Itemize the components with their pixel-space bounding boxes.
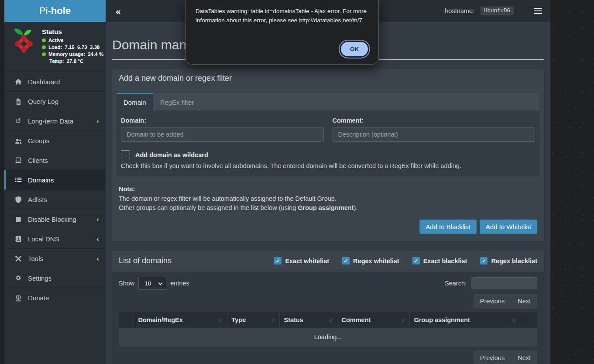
domain-input[interactable] [121,127,324,142]
filter-regex-whitelist[interactable]: ✓ Regex whitelist [342,257,399,264]
status-memory: Memory usage:24.4 % [42,52,103,57]
add-to-whitelist-button[interactable]: Add to Whitelist [480,220,537,234]
list-icon [14,176,22,184]
column-header-group-assignment[interactable]: Group assignment↓↑ [409,312,521,328]
loading-text: Loading... [119,328,537,347]
status-title: Status [42,28,103,35]
add-to-blacklist-button[interactable]: Add to Blacklist [419,220,477,234]
column-header-domain[interactable]: Domain/RegEx↓↑ [134,312,227,328]
raspberry-logo [10,27,38,55]
filter-regex-blacklist[interactable]: ✓ Regex blacklist [480,257,537,264]
column-header-type[interactable]: Type↓↑ [227,312,279,328]
sidebar-item-local-dns[interactable]: Local DNS ‹ [4,229,106,249]
tab-regex-filter[interactable]: RegEx filter [153,93,201,110]
hostname-label: hostname: [445,7,474,14]
sidebar-item-long-term-data[interactable]: ↺ Long-term Data ‹ [4,111,106,131]
sidebar-item-settings[interactable]: Settings [4,268,106,288]
users-icon [14,137,22,145]
search-input[interactable] [471,277,537,289]
sidebar-item-tools[interactable]: Tools ‹ [4,249,106,268]
search-label: Search: [445,280,467,287]
laptop-icon [14,156,22,165]
comment-label: Comment: [333,117,536,124]
previous-button[interactable]: Previous [474,350,511,364]
domain-label: Domain: [121,117,324,124]
checkbox-checked-icon: ✓ [342,257,350,264]
column-header-actions [521,312,537,328]
chevron-left-icon: ‹ [96,216,99,223]
history-icon: ↺ [14,117,22,125]
home-icon [14,78,22,86]
brand-text-bold: hole [51,5,71,17]
svg-text:$: $ [17,295,19,299]
content-area: Domain management Add a new domain or re… [106,22,550,364]
hostname-badge: UbuntuDG [481,7,514,15]
domain-list-card: List of domains ✓ Exact whitelist ✓ Rege… [112,251,544,364]
previous-button[interactable]: Previous [474,294,511,309]
sidebar-item-query-log[interactable]: Query Log [4,92,106,111]
datatables-warning-dialog: DataTables warning: table id=domainsTabl… [185,0,379,65]
domain-list-card-header: List of domains ✓ Exact whitelist ✓ Rege… [112,251,544,271]
note-block: Note: The domain or regex filter will be… [117,181,539,211]
status-panel: Status Active Load:7.15 6.73 3.38 Memory… [4,22,106,72]
sort-icon: ↓↑ [401,316,405,323]
sidebar-item-adlists[interactable]: Adlists [4,190,106,209]
dialog-message: DataTables warning: table id=domainsTabl… [196,7,369,25]
note-line-1: The domain or regex filter will be autom… [119,195,537,202]
wildcard-checkbox[interactable] [121,150,130,159]
chevron-left-icon: ‹ [96,117,99,125]
column-header-comment[interactable]: Comment↓↑ [337,312,409,328]
shield-icon [14,196,22,204]
tools-icon [14,254,22,263]
column-header-status[interactable]: Status↓↑ [279,312,337,328]
donate-icon: $ [14,294,22,302]
ok-button[interactable]: OK [341,42,368,56]
search-control: Search: [445,277,537,289]
checkbox-checked-icon: ✓ [480,257,488,264]
filter-exact-whitelist[interactable]: ✓ Exact whitelist [274,257,329,264]
address-book-icon [14,235,22,243]
green-dot-icon [42,45,46,49]
entries-label: entries [170,280,189,287]
sidebar-item-domains[interactable]: Domains [4,170,106,190]
green-dot-icon [42,52,46,56]
sidebar-item-disable-blocking[interactable]: Disable Blocking ‹ [4,209,106,229]
pagination-top: Previous Next [474,294,537,309]
sort-icon: ↓↑ [271,316,275,323]
sidebar-item-clients[interactable]: Clients [4,151,106,170]
add-domain-card-header: Add a new domain or regex filter [112,69,544,88]
stop-icon [14,215,22,223]
next-button[interactable]: Next [511,294,537,309]
sidebar-item-dashboard[interactable]: Dashboard [4,72,106,92]
sort-icon: ↓↑ [329,316,333,323]
desktop-background: Pi-hole « hostname: UbuntuDG [0,0,594,364]
wildcard-label: Add domain as wildcard [135,151,208,158]
note-title: Note: [119,185,537,192]
chevron-down-icon [158,281,163,285]
status-active: Active [42,38,103,43]
tab-domain[interactable]: Domain [117,93,153,110]
pihole-brand[interactable]: Pi-hole [4,0,106,22]
temperature-flame-icon [42,58,47,64]
green-dot-icon [42,38,46,42]
file-icon [14,97,22,106]
type-filters: ✓ Exact whitelist ✓ Regex whitelist ✓ Ex… [274,257,537,264]
sidebar-item-donate[interactable]: $ Donate [4,288,106,308]
status-load: Load:7.15 6.73 3.38 [42,45,103,50]
domain-list-title: List of domains [119,256,172,265]
checkbox-checked-icon: ✓ [274,257,282,264]
hamburger-menu-icon[interactable] [532,5,544,17]
sidebar-item-groups[interactable]: Groups [4,131,106,151]
sort-icon: ↓↑ [512,316,516,323]
wildcard-help-text: Check this box if you want to involve al… [121,162,535,169]
sidebar-collapse-icon[interactable]: « [113,5,124,17]
navbar-right: hostname: UbuntuDG [445,5,544,17]
next-button[interactable]: Next [511,350,537,364]
comment-input[interactable] [333,127,536,142]
loading-row: Loading... [119,328,537,347]
filter-exact-blacklist[interactable]: ✓ Exact blacklist [412,257,467,264]
chevron-left-icon: ‹ [96,255,99,262]
note-line-2: Other groups can optionally be assigned … [119,204,537,211]
show-label: Show [119,280,134,287]
entries-select[interactable]: 10 [138,277,166,290]
